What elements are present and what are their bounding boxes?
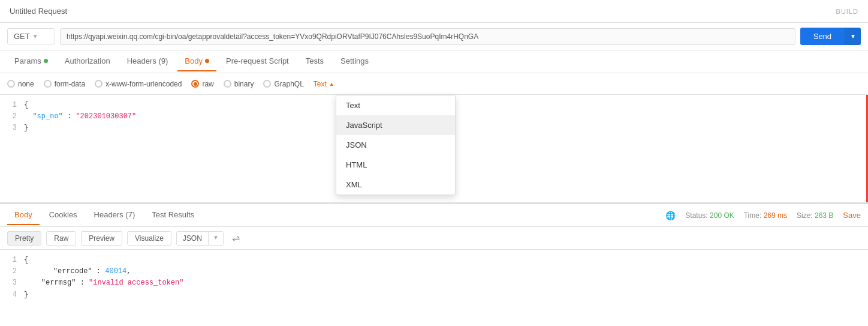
method-select[interactable]: GET ▼ xyxy=(7,28,55,44)
tab-settings-label: Settings xyxy=(340,56,369,65)
option-graphql-label: GraphQL xyxy=(274,80,303,88)
params-dot xyxy=(44,59,48,63)
response-tab-cookies-label: Cookies xyxy=(49,210,77,219)
pretty-button[interactable]: Pretty xyxy=(7,231,41,246)
time-label: Time: 269 ms xyxy=(744,211,787,220)
title-bar: Untitled Request BUILD xyxy=(0,0,868,23)
tab-settings[interactable]: Settings xyxy=(333,52,376,71)
tab-params[interactable]: Params xyxy=(7,52,55,71)
option-binary-label: binary xyxy=(234,80,254,88)
tab-authorization[interactable]: Authorization xyxy=(58,52,117,71)
globe-icon: 🌐 xyxy=(665,211,676,220)
option-form-data[interactable]: form-data xyxy=(44,80,85,88)
tab-authorization-label: Authorization xyxy=(65,56,110,65)
text-format-arrow-icon: ▲ xyxy=(329,81,334,87)
send-dropdown-button[interactable]: ▼ xyxy=(845,28,861,45)
body-options-bar: none form-data x-www-form-urlencoded raw… xyxy=(0,73,868,95)
radio-form-data xyxy=(44,80,52,88)
method-dropdown-icon: ▼ xyxy=(32,33,38,40)
dropdown-item-xml[interactable]: XML xyxy=(336,175,455,195)
option-raw-label: raw xyxy=(202,80,213,88)
option-raw[interactable]: raw xyxy=(191,80,213,88)
tab-tests[interactable]: Tests xyxy=(299,52,331,71)
build-button[interactable]: BUILD xyxy=(836,8,858,15)
dropdown-item-json[interactable]: JSON xyxy=(336,135,455,155)
tab-pre-request-label: Pre-request Script xyxy=(226,56,289,65)
status-value: 200 OK xyxy=(710,211,734,220)
response-tab-body-label: Body xyxy=(14,210,32,219)
wrap-icon[interactable]: ⇌ xyxy=(228,231,243,245)
response-section: Body Cookies Headers (7) Test Results 🌐 … xyxy=(0,203,868,306)
option-urlencoded-label: x-www-form-urlencoded xyxy=(106,80,182,88)
dropdown-item-javascript[interactable]: JavaScript xyxy=(336,115,455,135)
save-response-button[interactable]: Save xyxy=(843,211,861,220)
radio-none xyxy=(7,80,15,88)
size-value: 263 B xyxy=(815,211,833,220)
resp-line-3: 3 "errmsg" : "invalid access_token" xyxy=(0,277,868,289)
response-tabs: Body Cookies Headers (7) Test Results xyxy=(7,205,201,225)
response-code-area: 1 { 2 "errcode" : 40014, 3 "errmsg" : "i… xyxy=(0,250,868,306)
size-label: Size: 263 B xyxy=(797,211,833,220)
response-tab-headers-label: Headers (7) xyxy=(94,210,135,219)
page-title: Untitled Request xyxy=(10,7,67,16)
tab-headers[interactable]: Headers (9) xyxy=(120,52,176,71)
preview-button[interactable]: Preview xyxy=(81,231,122,246)
option-binary[interactable]: binary xyxy=(224,80,254,88)
json-format-select: JSON ▼ xyxy=(176,231,224,246)
tab-body[interactable]: Body xyxy=(177,52,216,71)
resp-line-1: 1 { xyxy=(0,255,868,266)
send-button[interactable]: Send xyxy=(800,28,845,45)
text-format-menu: Text JavaScript JSON HTML XML xyxy=(336,95,456,195)
option-graphql[interactable]: GraphQL xyxy=(263,80,303,88)
option-form-data-label: form-data xyxy=(55,80,85,88)
status-label: Status: 200 OK xyxy=(685,211,734,220)
time-value: 269 ms xyxy=(764,211,787,220)
response-tab-body[interactable]: Body xyxy=(7,205,40,225)
visualize-button[interactable]: Visualize xyxy=(127,231,171,246)
response-meta: 🌐 Status: 200 OK Time: 269 ms Size: 263 … xyxy=(665,211,861,220)
dropdown-item-text[interactable]: Text xyxy=(336,95,455,115)
dropdown-item-html[interactable]: HTML xyxy=(336,155,455,175)
url-bar: GET ▼ Send ▼ xyxy=(0,23,868,50)
tab-pre-request[interactable]: Pre-request Script xyxy=(219,52,296,71)
radio-binary xyxy=(224,80,231,88)
tab-tests-label: Tests xyxy=(306,56,324,65)
tab-body-label: Body xyxy=(185,56,203,65)
option-none[interactable]: none xyxy=(7,80,34,88)
tab-headers-label: Headers (9) xyxy=(127,56,168,65)
request-tabs: Params Authorization Headers (9) Body Pr… xyxy=(0,50,868,73)
json-format-arrow-icon[interactable]: ▼ xyxy=(208,232,223,245)
resp-line-4: 4 } xyxy=(0,289,868,301)
send-btn-group: Send ▼ xyxy=(800,28,861,45)
radio-raw xyxy=(191,80,199,88)
method-label: GET xyxy=(14,32,30,41)
raw-button[interactable]: Raw xyxy=(46,231,76,246)
response-tab-test-results[interactable]: Test Results xyxy=(144,205,201,225)
response-tab-test-results-label: Test Results xyxy=(152,210,194,219)
tab-params-label: Params xyxy=(14,56,41,65)
resp-line-2: 2 "errcode" : 40014, xyxy=(0,266,868,277)
body-dot xyxy=(205,59,209,63)
text-format-dropdown[interactable]: Text ▲ xyxy=(314,80,334,88)
response-toolbar: Pretty Raw Preview Visualize JSON ▼ ⇌ xyxy=(0,227,868,250)
json-format-label: JSON xyxy=(177,232,208,245)
url-input[interactable] xyxy=(60,28,795,45)
option-urlencoded[interactable]: x-www-form-urlencoded xyxy=(95,80,182,88)
response-tab-headers[interactable]: Headers (7) xyxy=(87,205,143,225)
radio-urlencoded xyxy=(95,80,103,88)
text-format-label: Text xyxy=(314,80,327,88)
option-none-label: none xyxy=(18,80,34,88)
response-tab-cookies[interactable]: Cookies xyxy=(42,205,85,225)
radio-graphql xyxy=(263,80,271,88)
response-tabs-bar: Body Cookies Headers (7) Test Results 🌐 … xyxy=(0,204,868,227)
